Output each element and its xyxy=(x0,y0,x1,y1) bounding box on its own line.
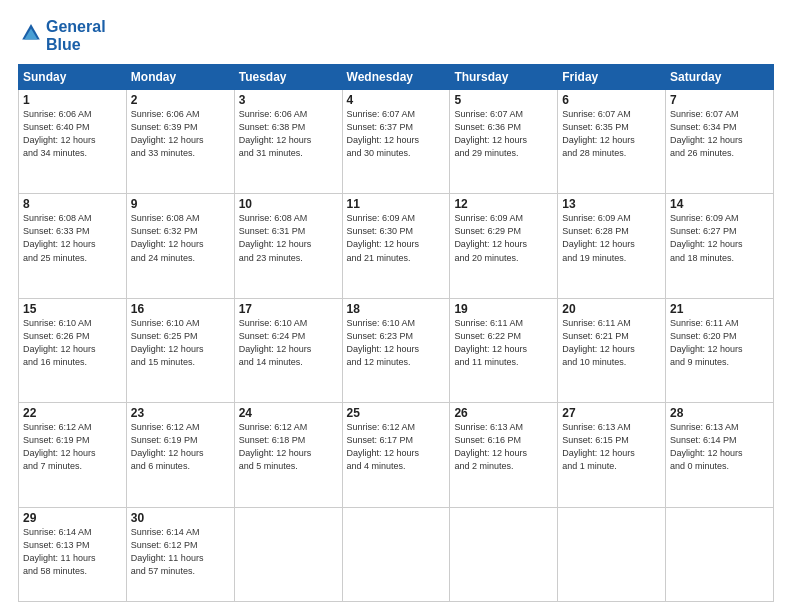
calendar-cell: 23Sunrise: 6:12 AMSunset: 6:19 PMDayligh… xyxy=(126,403,234,507)
day-info: Sunrise: 6:09 AMSunset: 6:28 PMDaylight:… xyxy=(562,212,661,264)
calendar-week-1: 1Sunrise: 6:06 AMSunset: 6:40 PMDaylight… xyxy=(19,90,774,194)
day-info: Sunrise: 6:07 AMSunset: 6:36 PMDaylight:… xyxy=(454,108,553,160)
day-number: 20 xyxy=(562,302,661,316)
calendar-cell: 14Sunrise: 6:09 AMSunset: 6:27 PMDayligh… xyxy=(666,194,774,298)
day-number: 3 xyxy=(239,93,338,107)
day-info: Sunrise: 6:08 AMSunset: 6:31 PMDaylight:… xyxy=(239,212,338,264)
day-info: Sunrise: 6:14 AMSunset: 6:12 PMDaylight:… xyxy=(131,526,230,578)
calendar-cell: 24Sunrise: 6:12 AMSunset: 6:18 PMDayligh… xyxy=(234,403,342,507)
day-info: Sunrise: 6:07 AMSunset: 6:35 PMDaylight:… xyxy=(562,108,661,160)
day-info: Sunrise: 6:10 AMSunset: 6:25 PMDaylight:… xyxy=(131,317,230,369)
day-number: 16 xyxy=(131,302,230,316)
calendar-cell: 9Sunrise: 6:08 AMSunset: 6:32 PMDaylight… xyxy=(126,194,234,298)
day-info: Sunrise: 6:12 AMSunset: 6:17 PMDaylight:… xyxy=(347,421,446,473)
calendar-cell: 5Sunrise: 6:07 AMSunset: 6:36 PMDaylight… xyxy=(450,90,558,194)
day-number: 6 xyxy=(562,93,661,107)
calendar-cell: 7Sunrise: 6:07 AMSunset: 6:34 PMDaylight… xyxy=(666,90,774,194)
calendar-cell: 20Sunrise: 6:11 AMSunset: 6:21 PMDayligh… xyxy=(558,298,666,402)
day-info: Sunrise: 6:10 AMSunset: 6:23 PMDaylight:… xyxy=(347,317,446,369)
calendar-cell: 22Sunrise: 6:12 AMSunset: 6:19 PMDayligh… xyxy=(19,403,127,507)
day-number: 5 xyxy=(454,93,553,107)
day-info: Sunrise: 6:10 AMSunset: 6:26 PMDaylight:… xyxy=(23,317,122,369)
day-number: 22 xyxy=(23,406,122,420)
logo-text-line1: General xyxy=(46,18,106,36)
calendar-cell: 6Sunrise: 6:07 AMSunset: 6:35 PMDaylight… xyxy=(558,90,666,194)
calendar-cell: 30Sunrise: 6:14 AMSunset: 6:12 PMDayligh… xyxy=(126,507,234,602)
day-number: 23 xyxy=(131,406,230,420)
calendar-cell: 15Sunrise: 6:10 AMSunset: 6:26 PMDayligh… xyxy=(19,298,127,402)
day-info: Sunrise: 6:10 AMSunset: 6:24 PMDaylight:… xyxy=(239,317,338,369)
calendar-week-3: 15Sunrise: 6:10 AMSunset: 6:26 PMDayligh… xyxy=(19,298,774,402)
day-number: 14 xyxy=(670,197,769,211)
day-info: Sunrise: 6:06 AMSunset: 6:39 PMDaylight:… xyxy=(131,108,230,160)
day-info: Sunrise: 6:13 AMSunset: 6:15 PMDaylight:… xyxy=(562,421,661,473)
calendar-cell xyxy=(342,507,450,602)
day-info: Sunrise: 6:09 AMSunset: 6:30 PMDaylight:… xyxy=(347,212,446,264)
logo: General Blue xyxy=(18,18,106,54)
day-number: 11 xyxy=(347,197,446,211)
day-info: Sunrise: 6:12 AMSunset: 6:18 PMDaylight:… xyxy=(239,421,338,473)
day-info: Sunrise: 6:08 AMSunset: 6:32 PMDaylight:… xyxy=(131,212,230,264)
day-number: 10 xyxy=(239,197,338,211)
day-number: 25 xyxy=(347,406,446,420)
calendar-cell: 13Sunrise: 6:09 AMSunset: 6:28 PMDayligh… xyxy=(558,194,666,298)
header-wednesday: Wednesday xyxy=(342,65,450,90)
day-info: Sunrise: 6:07 AMSunset: 6:34 PMDaylight:… xyxy=(670,108,769,160)
calendar-cell: 26Sunrise: 6:13 AMSunset: 6:16 PMDayligh… xyxy=(450,403,558,507)
header-sunday: Sunday xyxy=(19,65,127,90)
day-info: Sunrise: 6:06 AMSunset: 6:40 PMDaylight:… xyxy=(23,108,122,160)
day-info: Sunrise: 6:09 AMSunset: 6:29 PMDaylight:… xyxy=(454,212,553,264)
day-number: 8 xyxy=(23,197,122,211)
day-info: Sunrise: 6:11 AMSunset: 6:20 PMDaylight:… xyxy=(670,317,769,369)
calendar-cell: 1Sunrise: 6:06 AMSunset: 6:40 PMDaylight… xyxy=(19,90,127,194)
calendar-table: SundayMondayTuesdayWednesdayThursdayFrid… xyxy=(18,64,774,602)
calendar-cell: 10Sunrise: 6:08 AMSunset: 6:31 PMDayligh… xyxy=(234,194,342,298)
header-thursday: Thursday xyxy=(450,65,558,90)
day-number: 18 xyxy=(347,302,446,316)
day-info: Sunrise: 6:13 AMSunset: 6:16 PMDaylight:… xyxy=(454,421,553,473)
day-number: 30 xyxy=(131,511,230,525)
day-number: 1 xyxy=(23,93,122,107)
header-tuesday: Tuesday xyxy=(234,65,342,90)
day-info: Sunrise: 6:12 AMSunset: 6:19 PMDaylight:… xyxy=(131,421,230,473)
day-number: 4 xyxy=(347,93,446,107)
logo-icon xyxy=(20,23,42,45)
header-friday: Friday xyxy=(558,65,666,90)
calendar-cell: 2Sunrise: 6:06 AMSunset: 6:39 PMDaylight… xyxy=(126,90,234,194)
calendar-cell: 18Sunrise: 6:10 AMSunset: 6:23 PMDayligh… xyxy=(342,298,450,402)
day-info: Sunrise: 6:13 AMSunset: 6:14 PMDaylight:… xyxy=(670,421,769,473)
calendar-cell: 4Sunrise: 6:07 AMSunset: 6:37 PMDaylight… xyxy=(342,90,450,194)
day-number: 24 xyxy=(239,406,338,420)
day-info: Sunrise: 6:12 AMSunset: 6:19 PMDaylight:… xyxy=(23,421,122,473)
calendar-page: General Blue SundayMondayTuesdayWednesda… xyxy=(0,0,792,612)
calendar-cell xyxy=(450,507,558,602)
calendar-cell xyxy=(558,507,666,602)
day-info: Sunrise: 6:07 AMSunset: 6:37 PMDaylight:… xyxy=(347,108,446,160)
day-number: 27 xyxy=(562,406,661,420)
calendar-cell: 27Sunrise: 6:13 AMSunset: 6:15 PMDayligh… xyxy=(558,403,666,507)
calendar-cell: 17Sunrise: 6:10 AMSunset: 6:24 PMDayligh… xyxy=(234,298,342,402)
header-saturday: Saturday xyxy=(666,65,774,90)
calendar-week-4: 22Sunrise: 6:12 AMSunset: 6:19 PMDayligh… xyxy=(19,403,774,507)
calendar-cell: 19Sunrise: 6:11 AMSunset: 6:22 PMDayligh… xyxy=(450,298,558,402)
calendar-header-row: SundayMondayTuesdayWednesdayThursdayFrid… xyxy=(19,65,774,90)
calendar-cell: 8Sunrise: 6:08 AMSunset: 6:33 PMDaylight… xyxy=(19,194,127,298)
day-number: 28 xyxy=(670,406,769,420)
day-number: 26 xyxy=(454,406,553,420)
day-number: 17 xyxy=(239,302,338,316)
calendar-cell xyxy=(234,507,342,602)
day-info: Sunrise: 6:09 AMSunset: 6:27 PMDaylight:… xyxy=(670,212,769,264)
day-info: Sunrise: 6:14 AMSunset: 6:13 PMDaylight:… xyxy=(23,526,122,578)
day-number: 13 xyxy=(562,197,661,211)
day-number: 21 xyxy=(670,302,769,316)
day-number: 19 xyxy=(454,302,553,316)
calendar-cell: 29Sunrise: 6:14 AMSunset: 6:13 PMDayligh… xyxy=(19,507,127,602)
header-monday: Monday xyxy=(126,65,234,90)
day-number: 2 xyxy=(131,93,230,107)
calendar-cell: 21Sunrise: 6:11 AMSunset: 6:20 PMDayligh… xyxy=(666,298,774,402)
calendar-cell: 11Sunrise: 6:09 AMSunset: 6:30 PMDayligh… xyxy=(342,194,450,298)
calendar-cell: 3Sunrise: 6:06 AMSunset: 6:38 PMDaylight… xyxy=(234,90,342,194)
calendar-cell: 16Sunrise: 6:10 AMSunset: 6:25 PMDayligh… xyxy=(126,298,234,402)
day-info: Sunrise: 6:06 AMSunset: 6:38 PMDaylight:… xyxy=(239,108,338,160)
calendar-week-5: 29Sunrise: 6:14 AMSunset: 6:13 PMDayligh… xyxy=(19,507,774,602)
